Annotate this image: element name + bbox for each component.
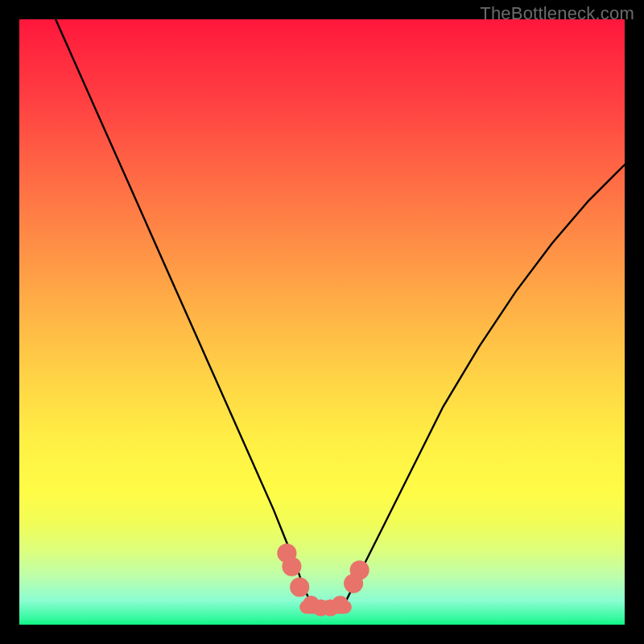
chart-plot-area (19, 19, 625, 625)
marker-left-threshold-low (290, 577, 309, 597)
marker-right-threshold-top (350, 560, 369, 580)
chart-svg (19, 19, 625, 625)
marker-left-threshold-mid (282, 557, 301, 576)
marker-group (277, 543, 369, 616)
chart-frame: TheBottleneck.com (0, 0, 644, 644)
bottleneck-curve (56, 19, 625, 609)
marker-floor-4 (332, 596, 349, 613)
watermark: TheBottleneck.com (480, 3, 634, 24)
